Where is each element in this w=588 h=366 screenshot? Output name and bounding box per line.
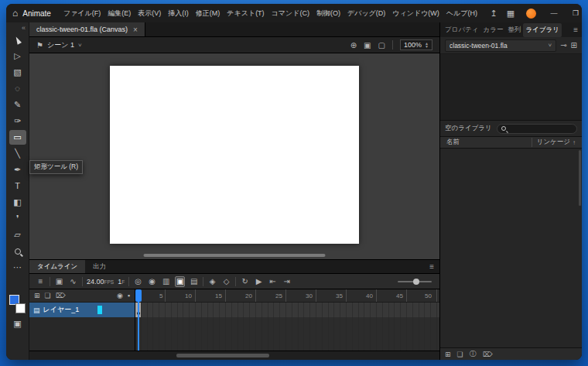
clip-content-icon[interactable]: ▢ xyxy=(378,41,385,50)
delete-layer-icon[interactable]: ⌦ xyxy=(56,292,66,299)
maximize-button[interactable]: ❐ xyxy=(565,4,582,22)
library-search-input[interactable] xyxy=(509,125,573,132)
layer-row[interactable]: ▤ レイヤー_1 xyxy=(29,303,135,317)
library-item-list[interactable] xyxy=(440,149,582,347)
eyedropper-tool[interactable]: ❜ xyxy=(9,211,26,226)
scene-label[interactable]: シーン 1 xyxy=(47,40,74,50)
paint-bucket-tool[interactable]: ◧ xyxy=(9,195,26,210)
library-document-select[interactable]: classic-tween-01.fla ˅ xyxy=(445,39,556,52)
current-frame-value[interactable]: 1F xyxy=(118,278,125,286)
menu-commands[interactable]: コマンド(C) xyxy=(268,7,313,20)
insert-blank-keyframe-icon[interactable]: ◇ xyxy=(221,277,231,286)
tab-align[interactable]: 整列 xyxy=(505,23,523,37)
layer-outline-color-swatch[interactable] xyxy=(97,306,102,314)
step-forward-icon[interactable]: ⇥ xyxy=(282,277,292,286)
new-library-panel-icon[interactable]: ⊞ xyxy=(571,41,577,50)
new-symbol-icon[interactable]: ⊞ xyxy=(445,351,451,358)
edit-span-icon[interactable]: ▥ xyxy=(161,277,171,286)
tab-library[interactable]: ライブラリ xyxy=(523,23,562,37)
minimize-button[interactable]: — xyxy=(543,4,565,22)
playhead[interactable] xyxy=(135,289,142,351)
line-tool[interactable]: ╲ xyxy=(9,146,26,161)
tab-output[interactable]: 出力 xyxy=(85,260,114,273)
onion-skin-icon[interactable]: ◎ xyxy=(133,277,143,286)
collapse-tools-icon[interactable]: « xyxy=(22,24,26,32)
fluid-brush-tool[interactable]: ✎ xyxy=(9,97,26,112)
center-stage-icon[interactable]: ⊕ xyxy=(350,41,357,50)
menu-debug[interactable]: デバッグ(D) xyxy=(344,7,388,20)
lasso-tool[interactable]: ◌ xyxy=(9,81,26,96)
frame-ruler[interactable]: 5 10 15 20 25 30 35 40 45 50 xyxy=(135,289,439,303)
layers-stack-icon[interactable]: ≡ xyxy=(36,277,46,286)
menu-text[interactable]: テキスト(T) xyxy=(224,7,267,20)
tab-close-icon[interactable]: × xyxy=(133,26,138,34)
slider-knob[interactable] xyxy=(413,279,419,285)
column-name[interactable]: 名前 xyxy=(446,138,532,147)
menu-control[interactable]: 制御(O) xyxy=(313,7,344,20)
more-tools-button[interactable]: ⋯ xyxy=(9,260,26,275)
layer-name[interactable]: レイヤー_1 xyxy=(43,305,80,315)
layer-depth-icon[interactable]: ∿ xyxy=(68,277,78,286)
menu-insert[interactable]: 挿入(I) xyxy=(165,7,192,20)
pin-library-icon[interactable]: ⊸ xyxy=(560,41,566,50)
lock-all-icon[interactable]: ▪ xyxy=(128,292,130,299)
selection-tool[interactable] xyxy=(9,32,26,47)
tab-timeline[interactable]: タイムライン xyxy=(29,260,85,273)
scrollbar-thumb[interactable] xyxy=(176,354,269,357)
pen-tool[interactable]: ✒ xyxy=(9,162,26,177)
timeline-zoom-slider[interactable] xyxy=(398,281,432,282)
share-icon[interactable]: ↥ xyxy=(485,9,502,19)
show-hide-all-icon[interactable]: ◉ xyxy=(117,292,123,299)
new-folder-icon[interactable]: ❏ xyxy=(45,292,51,299)
zoom-tool[interactable] xyxy=(9,244,26,258)
stage-hscrollbar[interactable] xyxy=(144,254,326,257)
scene-chevron-icon[interactable]: ˅ xyxy=(78,42,82,49)
library-vscrollbar[interactable] xyxy=(579,150,581,206)
timeline-hscrollbar[interactable] xyxy=(29,351,439,360)
stroke-color-swatch[interactable] xyxy=(15,303,26,313)
new-folder-icon[interactable]: ❏ xyxy=(457,351,463,358)
layer-frames-row[interactable] xyxy=(135,303,439,317)
loop-playback-icon[interactable]: ↻ xyxy=(240,277,250,286)
new-layer-icon[interactable]: ⊞ xyxy=(34,292,40,299)
free-transform-tool[interactable]: ▧ xyxy=(9,65,26,80)
subselection-tool[interactable]: ▷ xyxy=(9,49,26,63)
eraser-tool[interactable]: ▱ xyxy=(9,227,26,242)
delete-item-icon[interactable]: ⌦ xyxy=(483,351,493,358)
step-back-icon[interactable]: ⇤ xyxy=(268,277,278,286)
tab-color[interactable]: カラー xyxy=(481,23,506,37)
stage-camera-icon[interactable]: ▣ xyxy=(364,41,371,50)
add-camera-icon[interactable]: ▣ xyxy=(54,277,64,286)
tab-properties[interactable]: プロパティ xyxy=(443,23,481,37)
color-swatches[interactable] xyxy=(9,295,27,316)
document-tab[interactable]: classic-tween-01.fla (Canvas) × xyxy=(29,22,145,36)
menu-file[interactable]: ファイル(F) xyxy=(60,7,104,20)
pasteboard[interactable] xyxy=(29,53,439,259)
menu-window[interactable]: ウィンドウ(W) xyxy=(389,7,443,20)
library-search-box[interactable] xyxy=(497,124,577,134)
menu-edit[interactable]: 編集(E) xyxy=(104,7,134,20)
onion-outline-icon[interactable]: ◉ xyxy=(147,277,157,286)
playhead-handle[interactable] xyxy=(135,289,142,302)
menu-view[interactable]: 表示(V) xyxy=(135,7,164,20)
menu-help[interactable]: ヘルプ(H) xyxy=(443,7,480,20)
insert-keyframe-icon[interactable]: ◈ xyxy=(207,277,217,286)
item-properties-icon[interactable]: ⓘ xyxy=(470,349,477,359)
workspace-icon[interactable]: ▦ xyxy=(502,9,519,19)
rectangle-tool[interactable]: ▭ xyxy=(9,130,26,145)
classic-brush-tool[interactable]: ✑ xyxy=(9,114,26,128)
menu-modify[interactable]: 修正(M) xyxy=(193,7,224,20)
zoom-spinner-icon[interactable]: ▲▼ xyxy=(425,42,429,48)
sync-status-icon[interactable] xyxy=(526,9,536,19)
frames-area[interactable]: 5 10 15 20 25 30 35 40 45 50 xyxy=(135,289,439,351)
home-icon[interactable]: ⌂ xyxy=(12,8,18,19)
panel-menu-icon[interactable]: ≡ xyxy=(573,26,579,34)
stage-canvas[interactable] xyxy=(110,66,359,244)
edit-multiple-frames-icon[interactable]: ▣ xyxy=(175,276,185,287)
fps-value[interactable]: 24.00FPS xyxy=(87,278,114,286)
marker-range-icon[interactable]: ▤ xyxy=(189,277,199,286)
text-tool[interactable]: T xyxy=(9,179,26,193)
toolbar-options-icon[interactable]: ▣ xyxy=(9,316,26,331)
frames-empty-area[interactable] xyxy=(135,317,439,351)
play-button[interactable]: ▶ xyxy=(254,277,264,286)
